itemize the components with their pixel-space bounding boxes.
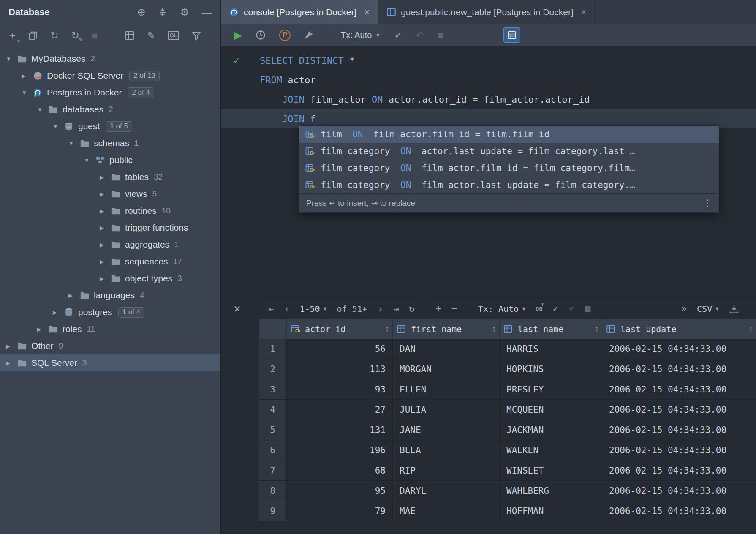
column-header-first_name[interactable]: first_name▲▼ [393,319,500,339]
reload-icon[interactable]: ↻ [409,304,415,313]
cell-first_name[interactable]: JULIA [393,400,500,420]
commit-check-icon[interactable]: ✓ [394,30,402,40]
tree-item-views[interactable]: ▶views5 [0,185,220,202]
commit-check-icon[interactable]: ✓ [553,304,559,313]
previous-page-icon[interactable]: ‹ [284,303,289,314]
cell-last_update[interactable]: 2006-02-15 04:34:33.00 [602,501,756,521]
tree-item-postgres-in-docker[interactable]: ▼Postgres in Docker2 of 4 [0,84,220,101]
cell-first_name[interactable]: DARYL [393,481,500,501]
cell-last_update[interactable]: 2006-02-15 04:34:33.00 [602,481,756,501]
column-header-last_name[interactable]: last_name▲▼ [500,319,602,339]
collapse-all-icon[interactable] [158,8,167,17]
table-view-icon[interactable] [125,31,134,40]
chevron-right-icon[interactable]: ▶ [100,275,111,282]
more-chevrons-icon[interactable]: » [681,304,687,313]
row-number[interactable]: 6 [259,440,287,460]
close-icon[interactable]: × [581,7,587,18]
chevron-right-icon[interactable]: ▶ [100,259,111,265]
refresh-icon[interactable]: ↻ [50,31,58,41]
column-header-last_update[interactable]: last_update▲▼ [602,319,756,339]
download-icon[interactable] [729,304,739,314]
row-number[interactable]: 1 [259,339,287,359]
chevron-right-icon[interactable]: ▶ [22,73,33,79]
cell-last_name[interactable]: WINSLET [500,460,602,480]
cell-last_name[interactable]: MCQUEEN [500,400,602,420]
cell-first_name[interactable]: MORGAN [393,359,500,379]
tree-item-public[interactable]: ▼public [0,152,220,169]
tree-item-languages[interactable]: ▶languages4 [0,287,220,304]
tab-new-table[interactable]: guest.public.new_table [Postgres in Dock… [378,0,595,24]
tree-item-schemas[interactable]: ▼schemas1 [0,135,220,152]
chevron-down-icon[interactable]: ▼ [37,106,49,113]
cell-first_name[interactable]: DAN [393,339,500,359]
submit-db-icon[interactable]: DB↑ [536,305,543,312]
cell-last_name[interactable]: HARRIS [500,339,602,359]
cell-first_name[interactable]: MAE [393,501,500,521]
query-console-icon[interactable]: QL [168,31,179,40]
more-options-icon[interactable]: ⋮ [703,198,712,209]
tree-item-roles[interactable]: ▶roles11 [0,321,220,338]
cell-actor_id[interactable]: 131 [287,420,393,440]
cell-actor_id[interactable]: 27 [287,400,393,420]
cell-actor_id[interactable]: 196 [287,440,393,460]
tree-item-trigger-functions[interactable]: ▶trigger functions [0,219,220,236]
page-size-dropdown[interactable]: 1-50▼ [300,304,327,314]
completion-item[interactable]: film ON film_actor.film_id = film.film_i… [299,126,719,143]
row-number[interactable]: 4 [259,400,287,420]
header-corner[interactable] [259,319,287,339]
database-tree[interactable]: ▼MyDatabases2▶Docker SQL Server2 of 13▼P… [0,47,220,534]
cell-actor_id[interactable]: 113 [287,359,393,379]
sort-icon[interactable]: ▲▼ [596,326,598,332]
completion-item[interactable]: film_category ON film_actor.last_update … [299,177,719,193]
sql-editor[interactable]: ✓SELECT DISTINCT *FROM actor JOIN film_a… [221,46,756,534]
wrench-icon[interactable] [304,30,313,40]
cell-last_update[interactable]: 2006-02-15 04:34:33.00 [602,420,756,440]
rollback-icon[interactable]: ↶ [569,304,575,313]
chevron-down-icon[interactable]: ▼ [68,140,80,147]
cell-last_name[interactable]: WAHLBERG [500,481,602,501]
chevron-down-icon[interactable]: ▼ [6,56,18,62]
chevron-down-icon[interactable]: ▼ [53,123,65,130]
next-page-icon[interactable]: › [378,303,383,314]
tree-item-guest[interactable]: ▼guest1 of 5 [0,118,220,135]
sort-icon[interactable]: ▲▼ [750,326,752,332]
cell-actor_id[interactable]: 95 [287,481,393,501]
row-number[interactable]: 9 [259,501,287,521]
edit-pencil-icon[interactable]: ✎ [147,31,155,41]
delete-row-icon[interactable]: − [451,304,457,313]
tree-item-databases[interactable]: ▼databases2 [0,101,220,118]
code-line-1[interactable]: ✓SELECT DISTINCT * [221,51,756,70]
chevron-right-icon[interactable]: ▶ [100,174,111,180]
cell-last_name[interactable]: HOPKINS [500,359,602,379]
chevron-right-icon[interactable]: ▶ [100,191,111,197]
last-page-icon[interactable]: ⇥ [393,303,399,314]
sort-icon[interactable]: ▲▼ [386,326,388,332]
chevron-right-icon[interactable]: ▶ [68,292,80,299]
tree-item-sequences[interactable]: ▶sequences17 [0,253,220,270]
close-icon[interactable]: × [364,7,370,18]
cell-last_update[interactable]: 2006-02-15 04:34:33.00 [602,339,756,359]
settings-gear-icon[interactable]: ⚙ [180,7,189,17]
chevron-right-icon[interactable]: ▶ [100,225,111,231]
completion-item[interactable]: film_category ON actor.last_update = fil… [299,143,719,160]
cell-actor_id[interactable]: 56 [287,339,393,359]
cell-first_name[interactable]: BELA [393,440,500,460]
chevron-right-icon[interactable]: ▶ [100,208,111,214]
tree-item-aggregates[interactable]: ▶aggregates1 [0,236,220,253]
tree-item-object-types[interactable]: ▶object types3 [0,270,220,287]
row-number[interactable]: 2 [259,359,287,379]
cell-first_name[interactable]: JANE [393,420,500,440]
cell-actor_id[interactable]: 93 [287,379,393,399]
tree-item-other[interactable]: ▶Other9 [0,338,220,354]
run-button[interactable]: ▶ [234,29,242,42]
tab-console[interactable]: console [Postgres in Docker] × [221,0,378,24]
completion-item[interactable]: film_category ON film_actor.film_id = fi… [299,160,719,177]
code-line-3[interactable]: JOIN film_actor ON actor.actor_id = film… [221,90,756,109]
tree-item-tables[interactable]: ▶tables32 [0,169,220,185]
cell-actor_id[interactable]: 68 [287,460,393,480]
hide-panel-icon[interactable]: — [202,7,212,17]
chevron-down-icon[interactable]: ▼ [22,90,33,96]
add-icon[interactable]: +▾ [9,29,16,42]
close-results-icon[interactable]: × [234,302,241,316]
sync-edit-icon[interactable]: ↻✎ [71,31,79,41]
